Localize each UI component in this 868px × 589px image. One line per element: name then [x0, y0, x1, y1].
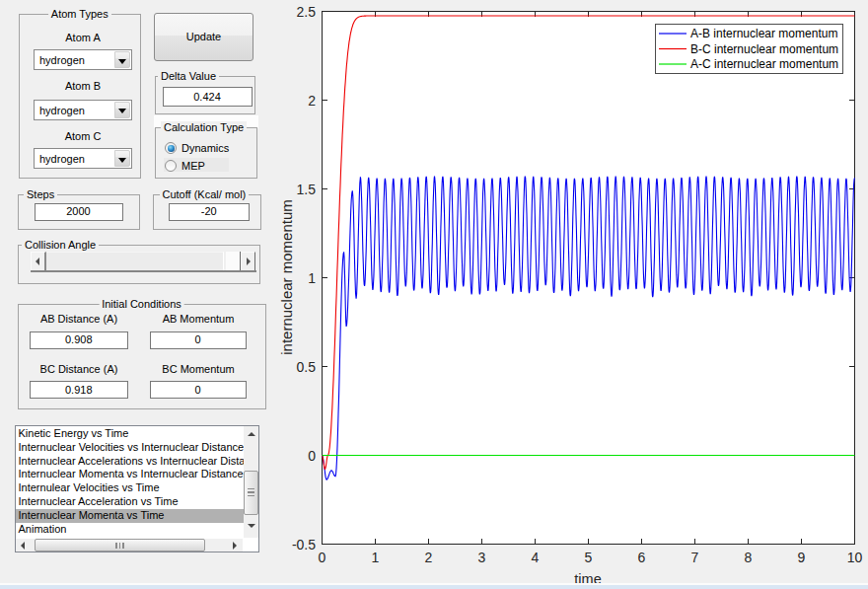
svg-text:7: 7: [691, 550, 699, 565]
svg-text:0.5: 0.5: [297, 359, 317, 375]
svg-text:10: 10: [847, 550, 863, 565]
svg-text:2.5: 2.5: [297, 4, 317, 20]
svg-text:0: 0: [319, 550, 326, 565]
svg-text:8: 8: [745, 550, 753, 565]
svg-text:1.5: 1.5: [297, 182, 317, 197]
svg-text:6: 6: [638, 550, 646, 565]
svg-text:0: 0: [308, 448, 316, 464]
svg-text:-0.5: -0.5: [292, 537, 316, 552]
svg-text:A-C internuclear momentum: A-C internuclear momentum: [690, 57, 838, 71]
svg-text:internuclear momentum: internuclear momentum: [278, 199, 295, 355]
svg-text:4: 4: [532, 550, 540, 565]
svg-text:B-C internuclear momentum: B-C internuclear momentum: [690, 42, 838, 56]
svg-text:9: 9: [798, 550, 806, 565]
svg-text:A-B internuclear momentum: A-B internuclear momentum: [690, 27, 837, 40]
svg-text:2: 2: [308, 93, 316, 109]
svg-text:2: 2: [425, 550, 433, 565]
svg-text:3: 3: [478, 550, 486, 565]
svg-text:1: 1: [308, 270, 316, 286]
svg-text:5: 5: [585, 550, 593, 565]
svg-text:1: 1: [372, 550, 380, 565]
